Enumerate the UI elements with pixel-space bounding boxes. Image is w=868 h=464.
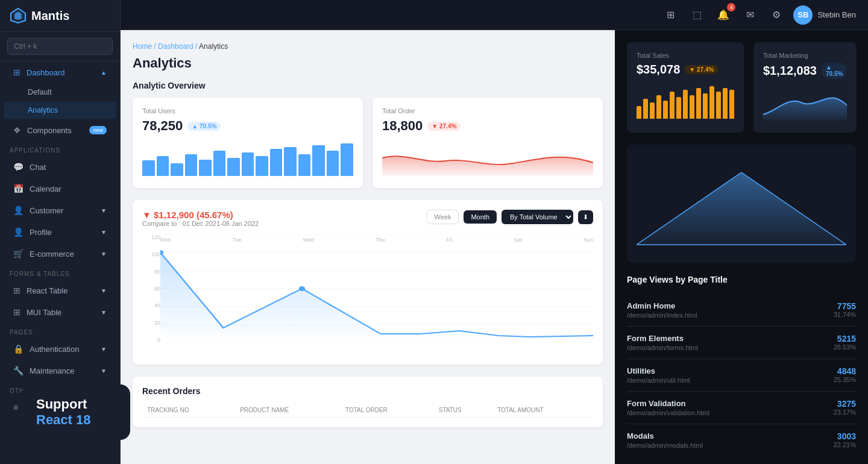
pageview-pct-4: 22.21% bbox=[834, 441, 856, 448]
sidebar-item-label: MUI Table bbox=[27, 308, 61, 317]
authentication-icon: 🔒 bbox=[13, 344, 24, 354]
sidebar-sub-default[interactable]: Default bbox=[4, 84, 116, 101]
stat-card-order: Total Order 18,800 ▼ 27.4% bbox=[373, 98, 603, 188]
pageview-item-2: Utilities /demo/admin/util.html 4848 25.… bbox=[627, 359, 856, 392]
sidebar-item-label: E-commerce bbox=[30, 249, 74, 259]
month-button[interactable]: Month bbox=[464, 210, 497, 224]
topbar: ⊞ ⬚ 🔔 4 ✉ ⚙ SB Stebin Ben bbox=[121, 0, 868, 30]
pageview-name-2: Utilities bbox=[627, 366, 690, 375]
ecommerce-icon: 🛒 bbox=[13, 249, 24, 259]
pageview-item-1: Form Elements /demo/admin/forms.html 521… bbox=[627, 327, 856, 359]
stat-label-sales: Total Sales bbox=[637, 52, 734, 59]
sidebar-item-ecommerce[interactable]: 🛒 E-commerce ▼ bbox=[4, 243, 116, 264]
user-name: Stebin Ben bbox=[817, 10, 856, 19]
income-value: ▼ $1,12,900 (45.67%) bbox=[142, 210, 259, 220]
sidebar-item-profile[interactable]: 👤 Profile ▼ bbox=[4, 222, 116, 242]
chevron-down-icon: ▼ bbox=[101, 251, 107, 257]
fullscreen-icon[interactable]: ⬚ bbox=[687, 5, 706, 25]
settings-icon[interactable]: ⚙ bbox=[767, 5, 786, 25]
pageview-name-1: Form Elements bbox=[627, 334, 698, 343]
sidebar-item-authentication[interactable]: 🔒 Authentication ▼ bbox=[4, 339, 116, 359]
bar-chart-sales bbox=[637, 83, 734, 119]
sidebar-item-dashboard[interactable]: ⊞ Dashboard ▲ bbox=[4, 62, 116, 83]
sidebar-item-mui-table[interactable]: ⊞ MUI Table ▼ bbox=[4, 302, 116, 322]
search-input[interactable] bbox=[7, 38, 113, 55]
week-button[interactable]: Week bbox=[427, 210, 459, 224]
orders-table: Tracking No Product Name Total Order Sta… bbox=[142, 403, 593, 418]
breadcrumb-dashboard[interactable]: Dashboard bbox=[158, 42, 193, 51]
avatar: SB bbox=[793, 5, 813, 25]
pageview-item-3: Form Validation /demo/admin/validation.h… bbox=[627, 392, 856, 424]
dashboard-icon: ⊞ bbox=[13, 67, 20, 77]
calendar-icon: 📅 bbox=[13, 184, 24, 193]
support-text-line1: Support bbox=[36, 397, 116, 412]
col-total-order: Total Order bbox=[341, 403, 434, 418]
sidebar-item-label: Chat bbox=[30, 163, 46, 172]
mail-icon[interactable]: ✉ bbox=[740, 5, 760, 25]
sidebar-item-label: Maintenance bbox=[30, 366, 74, 375]
income-compare: Compare to : 01 Dec 2021-08 Jan 2022 bbox=[142, 220, 259, 227]
pageview-count-3: 3275 bbox=[834, 399, 856, 409]
sidebar-item-label: Components bbox=[27, 126, 72, 135]
sidebar-sub-analytics[interactable]: Analytics bbox=[4, 102, 116, 119]
pageview-stats-0: 7755 31.74% bbox=[834, 301, 856, 318]
user-avatar-area[interactable]: SB Stebin Ben bbox=[793, 5, 856, 25]
pageview-name-3: Form Validation bbox=[627, 399, 709, 408]
stat-badge-sales: ▼ 27.4% bbox=[685, 65, 718, 74]
chevron-down-icon: ▼ bbox=[101, 229, 107, 236]
pageview-url-1: /demo/admin/forms.html bbox=[627, 344, 698, 351]
support-overlay[interactable]: Support React 18 bbox=[22, 384, 130, 440]
sidebar-item-components[interactable]: ❖ Components new bbox=[4, 120, 116, 140]
income-chart-svg bbox=[160, 234, 593, 343]
pageview-url-4: /demo/admin/modals.html bbox=[627, 442, 703, 449]
download-button[interactable]: ⬇ bbox=[578, 210, 593, 224]
dark-income-chart bbox=[627, 145, 856, 263]
chevron-up-icon: ▲ bbox=[101, 69, 107, 76]
dark-triangle-chart bbox=[637, 154, 846, 251]
notification-icon[interactable]: 🔔 4 bbox=[714, 5, 733, 25]
stat-label-marketing: Total Marketing bbox=[763, 52, 847, 59]
stat-cards: Total Users 78,250 ▲ 70.5% bbox=[133, 98, 603, 188]
topbar-icon-group: ⊞ ⬚ 🔔 4 ✉ ⚙ SB Stebin Ben bbox=[661, 5, 856, 25]
volume-select[interactable]: By Total Volume bbox=[502, 210, 573, 224]
pageview-url-0: /demo/admin/index.html bbox=[627, 312, 697, 319]
sidebar-item-react-table[interactable]: ⊞ React Table ▼ bbox=[4, 280, 116, 301]
sidebar-logo[interactable]: Mantis bbox=[0, 0, 120, 32]
components-icon: ❖ bbox=[13, 125, 21, 135]
sidebar-item-calendar[interactable]: 📅 Calendar bbox=[4, 178, 116, 199]
pageview-name-0: Admin Home bbox=[627, 301, 697, 310]
pageview-item-0: Admin Home /demo/admin/index.html 7755 3… bbox=[627, 294, 856, 327]
income-line-chart: 120 100 80 60 40 20 0 bbox=[142, 234, 593, 355]
svg-point-10 bbox=[299, 286, 305, 291]
stat-value-order: 18,800 ▼ 27.4% bbox=[382, 118, 593, 134]
page-views-title: Page Views by Page Title bbox=[627, 275, 856, 284]
area-chart-order bbox=[382, 140, 593, 176]
sidebar-item-chat[interactable]: 💬 Chat bbox=[4, 157, 116, 177]
col-status: Status bbox=[434, 403, 492, 418]
chat-icon: 💬 bbox=[13, 162, 24, 172]
pageview-pct-0: 31.74% bbox=[834, 311, 856, 318]
sidebar-item-customer[interactable]: 👤 Customer ▼ bbox=[4, 200, 116, 221]
pageview-count-1: 5215 bbox=[834, 334, 856, 343]
y-axis-labels: 120 100 80 60 40 20 0 bbox=[142, 234, 160, 343]
stat-card-sales: Total Sales $35,078 ▼ 27.4% bbox=[627, 42, 744, 133]
section-forms: Forms & Tables bbox=[0, 265, 120, 280]
area-chart-marketing bbox=[763, 84, 847, 121]
pageview-info-1: Form Elements /demo/admin/forms.html bbox=[627, 334, 698, 351]
stat-badge-users: ▲ 70.5% bbox=[187, 122, 221, 131]
notification-badge: 4 bbox=[727, 3, 735, 11]
apps-icon[interactable]: ⊞ bbox=[661, 5, 680, 25]
menu-icon: ≡ bbox=[13, 403, 18, 412]
sidebar-item-label: Customer bbox=[30, 206, 63, 215]
col-total-amount: Total Amount bbox=[492, 403, 593, 418]
app-name: Mantis bbox=[31, 9, 69, 23]
pageview-stats-4: 3003 22.21% bbox=[834, 431, 856, 448]
breadcrumb-home[interactable]: Home bbox=[133, 42, 152, 51]
stat-value-marketing: $1,12,083 ▲ 70.5% bbox=[763, 63, 847, 78]
sidebar-item-maintenance[interactable]: 🔧 Maintenance ▼ bbox=[4, 360, 116, 381]
components-badge: new bbox=[89, 126, 107, 134]
main-content: Home / Dashboard / Analytics Analytics A… bbox=[121, 30, 868, 464]
analytic-overview-title: Analytic Overview bbox=[133, 81, 603, 90]
chevron-down-icon: ▼ bbox=[101, 346, 107, 353]
pageview-info-0: Admin Home /demo/admin/index.html bbox=[627, 301, 697, 319]
